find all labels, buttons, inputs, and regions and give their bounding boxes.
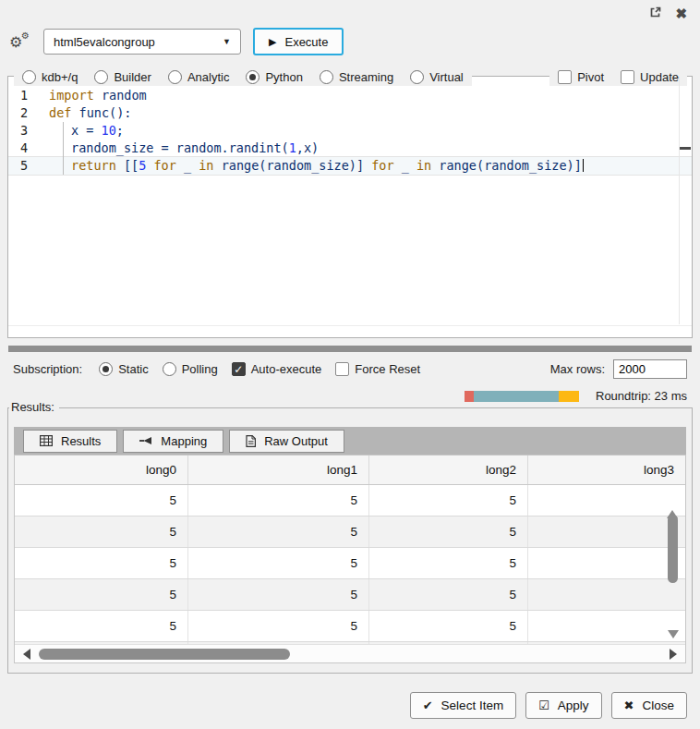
- query-type-radio-analytic[interactable]: Analytic: [160, 67, 238, 86]
- select-item-button[interactable]: ✔Select Item: [410, 692, 516, 719]
- column-header-long2[interactable]: long2: [369, 456, 528, 484]
- apply-button[interactable]: ☑Apply: [525, 692, 601, 719]
- editor-hscroll-strip[interactable]: [8, 325, 692, 337]
- radio-icon: [163, 362, 176, 376]
- execute-button[interactable]: ▶ Execute: [253, 28, 344, 55]
- line-number: 4: [8, 140, 49, 157]
- code-line: 4random_size = random.randint(1,x): [8, 140, 692, 157]
- vertical-scroll-thumb[interactable]: [668, 515, 678, 583]
- table-cell: 5: [188, 485, 369, 516]
- table-cell: 5: [369, 579, 528, 610]
- query-type-label: Python: [265, 70, 302, 84]
- code-editor[interactable]: 1import random2def func():3x = 10;4rando…: [8, 87, 692, 324]
- roundtrip-text: Roundtrip: 23 ms: [596, 389, 687, 403]
- max-rows-input[interactable]: [613, 359, 687, 379]
- tab-mapping[interactable]: Mapping: [123, 430, 223, 453]
- update-checkbox-icon: [621, 70, 634, 84]
- code-token: return: [71, 158, 116, 173]
- results-tabstrip: ResultsMappingRaw Output: [14, 427, 686, 455]
- table-cell: 5: [188, 611, 369, 641]
- editor-scrollbar-track[interactable]: [679, 77, 680, 324]
- results-group-label: Results:: [9, 400, 59, 414]
- code-line-text: random_size = random.randint(1,x): [49, 140, 692, 157]
- query-type-label: Virtual: [429, 70, 464, 84]
- code-token: 1: [289, 140, 296, 155]
- vertical-scrollbar[interactable]: [667, 496, 679, 638]
- scroll-left-icon[interactable]: [23, 649, 30, 660]
- close-button[interactable]: ✖Close: [611, 692, 687, 719]
- table-row[interactable]: 555: [15, 516, 685, 548]
- auto-execute-checkbox[interactable]: Auto-execute: [229, 362, 325, 376]
- editor-scroll-marker: [680, 147, 691, 150]
- connection-group-value: html5evalcongroup: [54, 35, 155, 49]
- query-type-label: kdb+/q: [42, 70, 78, 84]
- query-type-label: Analytic: [187, 70, 230, 84]
- code-line: 1import random: [8, 87, 692, 104]
- chevron-down-icon: ▼: [223, 37, 231, 46]
- auto-execute-label: Auto-execute: [251, 362, 322, 376]
- code-token: range(random_size)]: [214, 158, 372, 173]
- scroll-right-icon[interactable]: [670, 649, 677, 660]
- force-reset-label: Force Reset: [355, 362, 420, 376]
- query-type-row: kdb+/qBuilderAnalyticPythonStreamingVirt…: [8, 67, 692, 86]
- text-cursor: [583, 159, 584, 172]
- button-label: Select Item: [441, 699, 504, 712]
- table-cell: [528, 516, 685, 547]
- play-icon: ▶: [269, 36, 276, 48]
- force-reset-checkbox[interactable]: Force Reset: [332, 362, 423, 376]
- query-type-label: Builder: [114, 70, 151, 84]
- scroll-down-icon[interactable]: [668, 630, 679, 638]
- query-type-radio-kdb-q[interactable]: kdb+/q: [14, 67, 86, 86]
- progress-segment-2: [474, 391, 559, 402]
- code-token: def: [49, 105, 71, 120]
- settings-gears-icon[interactable]: ⚙ ⚙: [9, 31, 31, 52]
- progress-segment-3: [559, 391, 579, 402]
- close-icon[interactable]: ✖: [675, 7, 687, 20]
- code-token: random: [94, 88, 147, 103]
- connection-group-select[interactable]: html5evalcongroup ▼: [43, 29, 241, 55]
- radio-icon: [99, 362, 113, 376]
- table-cell: 5: [369, 516, 528, 547]
- horizontal-scrollbar[interactable]: [15, 644, 685, 662]
- code-token: for: [153, 158, 175, 173]
- pivot-checkbox[interactable]: Pivot: [549, 67, 612, 86]
- code-token: 10: [102, 123, 116, 138]
- document-icon: [246, 435, 256, 447]
- subscription-polling-radio[interactable]: Polling: [160, 362, 221, 376]
- table-row[interactable]: 555: [15, 548, 685, 579]
- pivot-checkbox-icon: [558, 70, 572, 84]
- code-token: x =: [71, 123, 102, 138]
- mapping-icon: [139, 435, 152, 446]
- query-type-radio-builder[interactable]: Builder: [86, 67, 159, 86]
- query-type-radio-virtual[interactable]: Virtual: [402, 67, 472, 86]
- query-type-radio-streaming[interactable]: Streaming: [311, 67, 402, 86]
- table-cell: [528, 579, 685, 610]
- column-header-long3[interactable]: long3: [528, 456, 685, 484]
- pane-splitter[interactable]: [8, 346, 692, 352]
- update-checkbox[interactable]: Update: [612, 67, 687, 86]
- subscription-static-radio[interactable]: Static: [96, 362, 151, 376]
- horizontal-scroll-thumb[interactable]: [39, 649, 290, 660]
- tab-results[interactable]: Results: [23, 430, 117, 453]
- radio-icon: [246, 70, 259, 84]
- code-token: [[: [116, 158, 139, 173]
- column-header-long0[interactable]: long0: [15, 456, 188, 484]
- code-token: for: [371, 158, 393, 173]
- popout-icon[interactable]: [649, 6, 661, 21]
- query-type-label: Streaming: [339, 70, 393, 84]
- editor-groupbox: kdb+/qBuilderAnalyticPythonStreamingVirt…: [7, 76, 693, 338]
- query-type-radio-python[interactable]: Python: [237, 67, 310, 86]
- code-line-text: import random: [49, 87, 692, 104]
- table-row[interactable]: 555: [15, 485, 685, 516]
- toolbar: ⚙ ⚙ html5evalcongroup ▼ ▶ Execute: [9, 28, 691, 55]
- column-header-long1[interactable]: long1: [188, 456, 369, 484]
- table-row[interactable]: 555: [15, 579, 685, 611]
- table-cell: 5: [369, 548, 528, 578]
- tab-label: Mapping: [161, 434, 207, 448]
- table-row[interactable]: 555: [15, 611, 685, 642]
- code-token: _: [176, 158, 199, 173]
- tab-raw-output[interactable]: Raw Output: [229, 430, 344, 453]
- max-rows-label: Max rows:: [550, 362, 605, 376]
- code-line: 5return [[5 for _ in range(random_size)]…: [8, 157, 692, 175]
- auto-execute-checkbox-icon: [232, 362, 246, 376]
